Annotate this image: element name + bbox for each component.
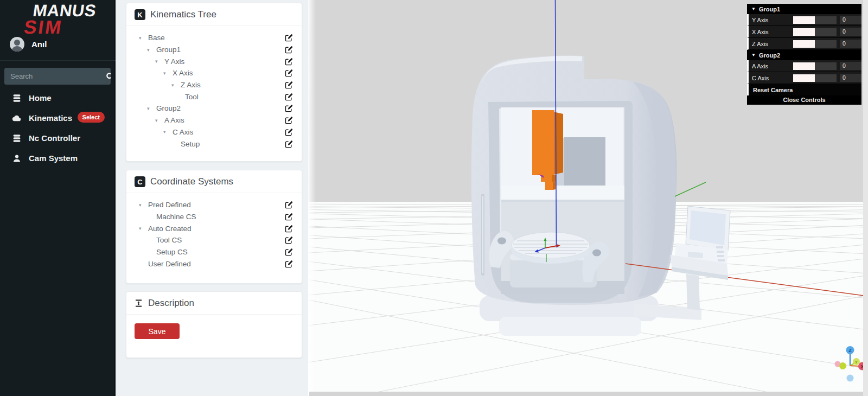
axis-slider[interactable] [793, 16, 837, 24]
tree-row[interactable]: ▾ Auto Created [139, 222, 293, 234]
tree-row[interactable]: ▾ Z Axis [139, 79, 293, 91]
axis-value-input[interactable]: 0 [840, 28, 861, 36]
tree-row[interactable]: Setup [139, 138, 293, 150]
reset-camera-button[interactable]: Reset Camera [747, 84, 861, 95]
tree-row[interactable]: ▾ C Axis [139, 126, 293, 138]
sidebar: MANUS SIM Anıl Home Kinematics Select [0, 0, 116, 396]
panel-title: Kinematics Tree [150, 9, 216, 20]
caret-down-icon[interactable]: ▾ [155, 59, 160, 64]
user-profile[interactable]: Anıl [10, 37, 47, 52]
save-button[interactable]: Save [135, 323, 180, 339]
caret-down-icon[interactable]: ▾ [139, 202, 144, 208]
edit-button[interactable] [285, 69, 293, 78]
vertical-scrollbar[interactable] [863, 0, 868, 396]
sidebar-item-label: Nc Controller [29, 133, 80, 143]
app-logo: MANUS SIM [0, 0, 114, 35]
caret-down-icon[interactable]: ▾ [171, 82, 176, 88]
caret-down-icon[interactable]: ▾ [147, 47, 152, 53]
axis-label: A Axis [749, 63, 793, 69]
edit-button[interactable] [285, 139, 293, 148]
axis-label: Y Axis [749, 17, 793, 23]
tree-item-label: Group1 [156, 46, 181, 54]
tree-item-label: User Defined [148, 260, 191, 268]
kinematics-tree-card: K Kinematics Tree ▾ Base ▾ Group1 ▾ Y Ax… [126, 3, 302, 162]
sidebar-item-cam-system[interactable]: Cam System [0, 148, 116, 168]
tree-row[interactable]: ▾ A Axis [139, 114, 293, 126]
axis-control-row: C Axis 0 [747, 72, 861, 84]
tree-row[interactable]: Tool [139, 91, 293, 103]
edit-button[interactable] [285, 46, 293, 54]
edit-button[interactable] [285, 224, 293, 233]
tree-row[interactable]: ▾ X Axis [139, 67, 293, 79]
kinematics-tree-icon: K [135, 9, 145, 20]
axis-value-input[interactable]: 0 [840, 62, 861, 70]
tree-item-label: C Axis [173, 128, 193, 136]
caret-down-icon[interactable]: ▾ [139, 35, 144, 41]
coordinate-systems-header: C Coordinate Systems [126, 170, 302, 193]
sidebar-item-label: Kinematics [29, 113, 72, 123]
slider-fill [793, 40, 815, 48]
controls-group-header[interactable]: ▼ Group2 [747, 50, 861, 60]
edit-button[interactable] [285, 34, 293, 42]
gizmo-neg-y-ball[interactable] [839, 362, 846, 369]
slider-fill [793, 16, 815, 24]
edit-button[interactable] [285, 116, 293, 125]
axis-slider[interactable] [793, 62, 837, 70]
sidebar-item-nc-controller[interactable]: Nc Controller [0, 128, 116, 148]
tree-row[interactable]: Tool CS [139, 234, 293, 246]
axis-value-input[interactable]: 0 [840, 16, 861, 24]
edit-button[interactable] [285, 92, 293, 101]
edit-button[interactable] [285, 81, 293, 90]
tree-item-label: Pred Defined [148, 201, 191, 209]
description-header: Description [126, 292, 302, 315]
axis-slider[interactable] [793, 74, 837, 82]
axis-value-input[interactable]: 0 [840, 40, 861, 48]
scene-controls-panel: ▼ Group1 Y Axis 0 X Axis 0 Z Axis 0 ▼ Gr… [747, 4, 861, 105]
tree-row[interactable]: ▾ Group2 [139, 103, 293, 114]
tree-row[interactable]: ▾ Group1 [139, 44, 293, 56]
caret-down-icon[interactable]: ▾ [147, 106, 152, 111]
search-icon [106, 72, 111, 81]
edit-button[interactable] [285, 201, 293, 209]
axis-value-input[interactable]: 0 [840, 74, 861, 82]
horizontal-scrollbar[interactable] [309, 392, 868, 396]
tree-row[interactable]: User Defined [139, 258, 293, 270]
edit-button[interactable] [285, 236, 293, 245]
tree-row[interactable]: Setup CS [139, 246, 293, 258]
sidebar-item-home[interactable]: Home [0, 88, 116, 108]
tree-item-label: Tool [185, 93, 199, 101]
edit-button[interactable] [285, 127, 293, 136]
caret-down-icon: ▼ [751, 7, 756, 11]
edit-button[interactable] [285, 104, 293, 113]
controls-group-label: Group1 [759, 6, 780, 12]
axis-control-row: Z Axis 0 [747, 38, 861, 50]
caret-down-icon[interactable]: ▾ [139, 226, 144, 231]
search-input[interactable] [4, 68, 106, 85]
tree-item-label: Y Axis [164, 58, 184, 66]
tree-row[interactable]: Machine CS [139, 211, 293, 223]
edit-button[interactable] [285, 259, 293, 268]
edit-button[interactable] [285, 248, 293, 257]
controls-group-header[interactable]: ▼ Group1 [747, 4, 861, 14]
close-controls-button[interactable]: Close Controls [747, 95, 861, 105]
slider-fill [793, 62, 815, 70]
tree-row[interactable]: ▾ Y Axis [139, 55, 293, 67]
search-button[interactable] [106, 68, 111, 85]
tree-row[interactable]: ▾ Pred Defined [139, 199, 293, 211]
axis-label: Z Axis [749, 41, 793, 47]
edit-button[interactable] [285, 57, 293, 66]
caret-down-icon[interactable]: ▾ [163, 71, 168, 76]
caret-down-icon[interactable]: ▾ [163, 129, 168, 135]
edit-button[interactable] [285, 213, 293, 221]
tree-item-label: Setup [181, 140, 200, 148]
caret-down-icon[interactable]: ▾ [155, 118, 160, 123]
caret-down-icon: ▼ [751, 53, 756, 58]
select-badge[interactable]: Select [78, 112, 105, 123]
sidebar-item-kinematics[interactable]: Kinematics Select [0, 108, 116, 128]
axis-slider[interactable] [793, 40, 837, 48]
sidebar-nav: Home Kinematics Select Nc Controller Cam… [0, 88, 116, 168]
tree-row[interactable]: ▾ Base [139, 32, 293, 44]
gizmo-neg-z-ball[interactable] [847, 375, 854, 382]
axis-label: C Axis [749, 75, 793, 81]
axis-slider[interactable] [793, 28, 837, 36]
